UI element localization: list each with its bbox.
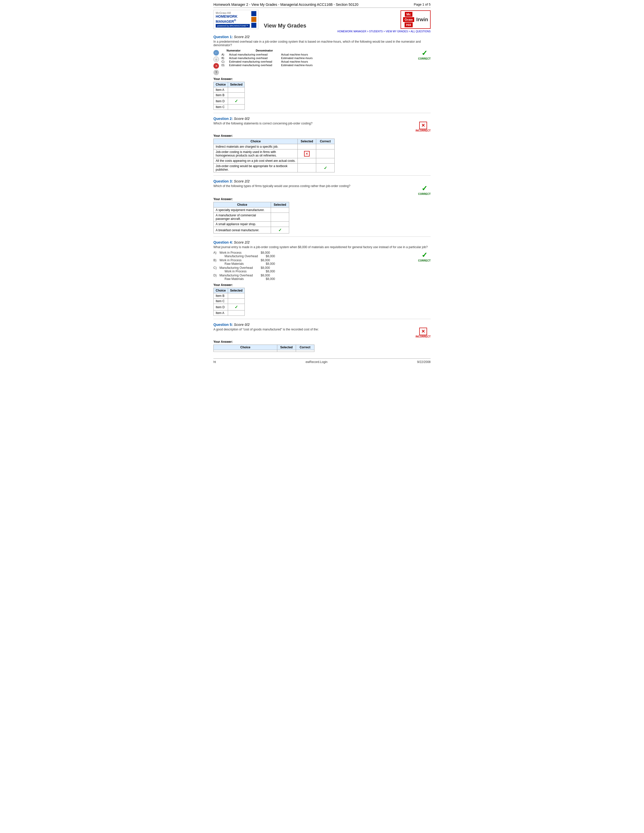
q5-your-answer-label: Your Answer: — [213, 340, 431, 344]
table-row: Item A — [214, 87, 245, 93]
question-1-choices: Numerator Denominator A)Actual manufactu… — [222, 49, 313, 67]
table-row: Item D✓ — [214, 304, 245, 310]
q3-your-answer-label: Your Answer: — [213, 198, 431, 201]
q1-col-choice: Choice — [214, 82, 228, 87]
table-row: Indirect materials are charged to a spec… — [214, 144, 335, 150]
table-row: A small appliance repair shop. — [214, 222, 289, 227]
footer-left: ht — [213, 360, 216, 364]
help-icon[interactable]: ? — [213, 70, 219, 75]
table-row: Item A — [214, 310, 245, 316]
question-5-block: Question 5: Score 0/2 A good description… — [213, 323, 431, 355]
q2-your-answer-label: Your Answer: — [213, 134, 431, 138]
question-1-text: In a predetermined overhead rate in a jo… — [213, 40, 431, 47]
q4-status-badge: ✓ CORRECT — [418, 251, 431, 262]
view-my-grades-title: View My Grades — [264, 23, 306, 29]
q4-col-selected: Selected — [228, 288, 245, 293]
hw-manager-label: HOMEWORKMANAGER® — [216, 14, 250, 24]
q3-col-choice: Choice — [214, 202, 271, 207]
q4-answer-table: Choice Selected Item B Item C Item D✓ It… — [213, 288, 245, 316]
table-row: Item C — [214, 105, 245, 110]
brownstone-bar: powered by BROWNSTONE™ — [216, 24, 250, 27]
q1-answer-table: Choice Selected Item A Item B Item D✓ It… — [213, 82, 245, 110]
q1-status-badge: ✓ CORRECT — [418, 49, 431, 60]
question-3-title: Question 3: Score 2/2 — [213, 179, 431, 183]
question-5-title: Question 5: Score 0/2 — [213, 323, 431, 326]
mcgraw-hill-label: McGraw-Hill — [216, 11, 250, 14]
q5-col-choice: Choice — [214, 345, 277, 350]
footer-center: ewRecord.Login — [306, 360, 328, 364]
table-row: Job-order costing is mainly used in firm… — [214, 150, 335, 158]
q5-col-selected: Selected — [277, 345, 296, 350]
table-row — [214, 350, 314, 352]
question-5-text: A good description of "cost of goods man… — [213, 328, 319, 331]
q3-status-badge: ✓ CORRECT — [418, 184, 431, 195]
question-2-title: Question 2: Score 0/2 — [213, 117, 431, 121]
q2-col-correct: Correct — [316, 139, 335, 144]
question-4-block: Question 4: Score 2/2 What journal entry… — [213, 240, 431, 319]
footer-right: 9/22/2008 — [417, 360, 431, 364]
footer: ht ewRecord.Login 9/22/2008 — [213, 359, 431, 364]
question-1-title: Question 1: Score 2/2 — [213, 35, 431, 39]
homework-manager-logo: McGraw-Hill HOMEWORKMANAGER® powered by … — [213, 10, 259, 29]
q3-answer-table: Choice Selected A specialty equipment ma… — [213, 202, 289, 233]
q2-col-selected: Selected — [298, 139, 316, 144]
q5-status-badge: ✕ INCORRECT — [416, 328, 431, 338]
breadcrumb: HOMEWORK MANAGER > STUDENTS > VIEW MY GR… — [213, 30, 431, 33]
table-row: A specialty equipment manufacturer. — [214, 207, 289, 213]
nav-icons: ← ⌂ ✕ ? — [213, 50, 219, 75]
page-title: Homework Manager 2 - View My Grades - Ma… — [213, 3, 358, 6]
table-row: Job-order costing would be appropriate f… — [214, 164, 335, 172]
q3-col-selected: Selected — [271, 202, 289, 207]
page-number: Page 1 of 5 — [414, 3, 431, 6]
question-2-text: Which of the following statements is cor… — [213, 122, 312, 125]
table-row: A manufacturer of commercial passenger a… — [214, 213, 289, 222]
question-1-block: Question 1: Score 2/2 In a predetermined… — [213, 35, 431, 113]
page-header: Homework Manager 2 - View My Grades - Ma… — [213, 3, 431, 8]
question-2-block: Question 2: Score 0/2 Which of the follo… — [213, 117, 431, 176]
q2-answer-table: Choice Selected Correct Indirect materia… — [213, 138, 335, 172]
home-icon[interactable]: ⌂ — [213, 56, 219, 62]
cancel-icon[interactable]: ✕ — [213, 63, 219, 69]
q5-answer-table: Choice Selected Correct — [213, 344, 314, 352]
irwin-label: Irwin — [416, 17, 428, 23]
q5-col-correct: Correct — [296, 345, 314, 350]
table-row: All the costs appearing on a job cost sh… — [214, 158, 335, 164]
q2-status-badge: ✕ INCORRECT — [416, 122, 431, 132]
question-4-text: What journal entry is made in a job-orde… — [213, 245, 431, 249]
logo-area: McGraw-Hill HOMEWORKMANAGER® powered by … — [213, 10, 431, 29]
table-row: Item B — [214, 293, 245, 299]
q4-col-choice: Choice — [214, 288, 228, 293]
q2-col-choice: Choice — [214, 139, 298, 144]
q4-your-answer-label: Your Answer: — [213, 283, 431, 287]
question-4-title: Question 4: Score 2/2 — [213, 240, 431, 244]
q1-your-answer-label: Your Answer: — [213, 77, 431, 81]
table-row: Item C — [214, 299, 245, 304]
table-row: A breakfast cereal manufacturer.✓ — [214, 227, 289, 233]
mcgraw-irwin-logo: Mc Graw Hill Irwin — [401, 10, 431, 29]
question-3-block: Question 3: Score 2/2 Which of the follo… — [213, 179, 431, 237]
back-icon[interactable]: ← — [213, 50, 219, 56]
table-row: Item B — [214, 93, 245, 98]
q1-col-selected: Selected — [228, 82, 245, 87]
question-3-text: Which of the following types of firms ty… — [213, 184, 350, 188]
question-4-choices: A) Work in Process$8,000 Manufacturing O… — [213, 251, 275, 281]
table-row: Item D✓ — [214, 98, 245, 105]
